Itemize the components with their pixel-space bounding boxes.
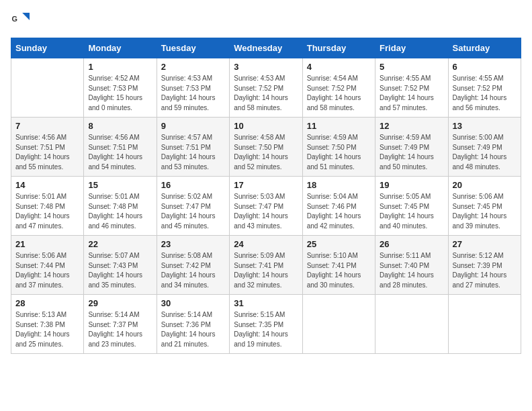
weekday-header-wednesday: Wednesday — [230, 38, 302, 58]
day-info: Sunrise: 5:12 AMSunset: 7:39 PMDaylight:… — [453, 251, 517, 290]
calendar-cell: 31Sunrise: 5:15 AMSunset: 7:35 PMDayligh… — [230, 295, 302, 354]
day-number: 20 — [453, 180, 517, 190]
page-header: G — [11, 11, 521, 30]
calendar-cell: 24Sunrise: 5:09 AMSunset: 7:41 PMDayligh… — [230, 236, 302, 295]
calendar-cell — [11, 58, 84, 118]
calendar-cell: 21Sunrise: 5:06 AMSunset: 7:44 PMDayligh… — [11, 236, 84, 295]
day-info: Sunrise: 5:04 AMSunset: 7:46 PMDaylight:… — [307, 192, 371, 231]
calendar-week-3: 14Sunrise: 5:01 AMSunset: 7:48 PMDayligh… — [11, 177, 521, 236]
day-number: 8 — [88, 121, 152, 131]
day-info: Sunrise: 4:54 AMSunset: 7:52 PMDaylight:… — [307, 74, 371, 113]
day-number: 26 — [380, 239, 443, 249]
calendar-cell: 28Sunrise: 5:13 AMSunset: 7:38 PMDayligh… — [11, 295, 84, 354]
day-info: Sunrise: 5:05 AMSunset: 7:45 PMDaylight:… — [380, 192, 443, 231]
calendar-cell: 8Sunrise: 4:56 AMSunset: 7:51 PMDaylight… — [84, 118, 157, 177]
calendar-cell: 14Sunrise: 5:01 AMSunset: 7:48 PMDayligh… — [11, 177, 84, 236]
weekday-header-saturday: Saturday — [448, 38, 521, 58]
day-number: 21 — [15, 239, 79, 249]
svg-marker-1 — [22, 13, 30, 20]
day-info: Sunrise: 4:58 AMSunset: 7:50 PMDaylight:… — [234, 133, 298, 172]
calendar-cell — [375, 295, 448, 354]
day-number: 29 — [88, 298, 152, 308]
calendar-week-4: 21Sunrise: 5:06 AMSunset: 7:44 PMDayligh… — [11, 236, 521, 295]
day-info: Sunrise: 5:14 AMSunset: 7:36 PMDaylight:… — [161, 310, 225, 349]
day-number: 15 — [88, 180, 152, 190]
day-info: Sunrise: 4:56 AMSunset: 7:51 PMDaylight:… — [15, 133, 79, 172]
calendar-cell: 10Sunrise: 4:58 AMSunset: 7:50 PMDayligh… — [230, 118, 302, 177]
day-info: Sunrise: 5:14 AMSunset: 7:37 PMDaylight:… — [88, 310, 152, 349]
calendar-cell: 5Sunrise: 4:55 AMSunset: 7:52 PMDaylight… — [375, 58, 448, 118]
day-info: Sunrise: 4:52 AMSunset: 7:53 PMDaylight:… — [88, 74, 152, 113]
calendar-cell: 18Sunrise: 5:04 AMSunset: 7:46 PMDayligh… — [302, 177, 375, 236]
weekday-header-tuesday: Tuesday — [157, 38, 229, 58]
day-info: Sunrise: 5:08 AMSunset: 7:42 PMDaylight:… — [161, 251, 225, 290]
day-number: 28 — [15, 298, 79, 308]
day-number: 19 — [380, 180, 443, 190]
calendar-cell — [302, 295, 375, 354]
day-number: 1 — [88, 62, 152, 72]
day-info: Sunrise: 5:13 AMSunset: 7:38 PMDaylight:… — [15, 310, 79, 349]
calendar-week-5: 28Sunrise: 5:13 AMSunset: 7:38 PMDayligh… — [11, 295, 521, 354]
day-number: 2 — [161, 62, 225, 72]
day-number: 24 — [234, 239, 298, 249]
day-number: 6 — [453, 62, 517, 72]
day-number: 23 — [161, 239, 225, 249]
weekday-header-friday: Friday — [375, 38, 448, 58]
weekday-row: SundayMondayTuesdayWednesdayThursdayFrid… — [11, 38, 521, 58]
calendar-cell: 19Sunrise: 5:05 AMSunset: 7:45 PMDayligh… — [375, 177, 448, 236]
day-number: 17 — [234, 180, 298, 190]
calendar-cell: 3Sunrise: 4:53 AMSunset: 7:52 PMDaylight… — [230, 58, 302, 118]
day-info: Sunrise: 5:09 AMSunset: 7:41 PMDaylight:… — [234, 251, 298, 290]
day-number: 30 — [161, 298, 225, 308]
calendar-cell: 13Sunrise: 5:00 AMSunset: 7:49 PMDayligh… — [448, 118, 521, 177]
day-info: Sunrise: 4:59 AMSunset: 7:50 PMDaylight:… — [307, 133, 371, 172]
day-number: 4 — [307, 62, 371, 72]
day-info: Sunrise: 5:00 AMSunset: 7:49 PMDaylight:… — [453, 133, 517, 172]
calendar-cell: 20Sunrise: 5:06 AMSunset: 7:45 PMDayligh… — [448, 177, 521, 236]
day-info: Sunrise: 5:03 AMSunset: 7:47 PMDaylight:… — [234, 192, 298, 231]
day-info: Sunrise: 4:55 AMSunset: 7:52 PMDaylight:… — [453, 74, 517, 113]
day-info: Sunrise: 5:10 AMSunset: 7:41 PMDaylight:… — [307, 251, 371, 290]
calendar-header: SundayMondayTuesdayWednesdayThursdayFrid… — [11, 38, 521, 58]
day-info: Sunrise: 5:07 AMSunset: 7:43 PMDaylight:… — [88, 251, 152, 290]
calendar-body: 1Sunrise: 4:52 AMSunset: 7:53 PMDaylight… — [11, 58, 521, 354]
day-number: 31 — [234, 298, 298, 308]
day-info: Sunrise: 5:01 AMSunset: 7:48 PMDaylight:… — [88, 192, 152, 231]
day-number: 12 — [380, 121, 443, 131]
calendar-cell: 7Sunrise: 4:56 AMSunset: 7:51 PMDaylight… — [11, 118, 84, 177]
day-number: 10 — [234, 121, 298, 131]
calendar-cell: 12Sunrise: 4:59 AMSunset: 7:49 PMDayligh… — [375, 118, 448, 177]
day-number: 22 — [88, 239, 152, 249]
day-info: Sunrise: 4:53 AMSunset: 7:53 PMDaylight:… — [161, 74, 225, 113]
calendar-cell: 25Sunrise: 5:10 AMSunset: 7:41 PMDayligh… — [302, 236, 375, 295]
day-info: Sunrise: 5:06 AMSunset: 7:45 PMDaylight:… — [453, 192, 517, 231]
calendar-cell: 30Sunrise: 5:14 AMSunset: 7:36 PMDayligh… — [157, 295, 229, 354]
calendar-cell: 2Sunrise: 4:53 AMSunset: 7:53 PMDaylight… — [157, 58, 229, 118]
day-number: 3 — [234, 62, 298, 72]
calendar-week-2: 7Sunrise: 4:56 AMSunset: 7:51 PMDaylight… — [11, 118, 521, 177]
day-info: Sunrise: 4:55 AMSunset: 7:52 PMDaylight:… — [380, 74, 443, 113]
calendar-cell: 6Sunrise: 4:55 AMSunset: 7:52 PMDaylight… — [448, 58, 521, 118]
calendar-table: SundayMondayTuesdayWednesdayThursdayFrid… — [11, 38, 521, 354]
calendar-cell: 27Sunrise: 5:12 AMSunset: 7:39 PMDayligh… — [448, 236, 521, 295]
day-number: 18 — [307, 180, 371, 190]
calendar-cell: 23Sunrise: 5:08 AMSunset: 7:42 PMDayligh… — [157, 236, 229, 295]
calendar-cell: 17Sunrise: 5:03 AMSunset: 7:47 PMDayligh… — [230, 177, 302, 236]
calendar-cell: 16Sunrise: 5:02 AMSunset: 7:47 PMDayligh… — [157, 177, 229, 236]
day-info: Sunrise: 5:01 AMSunset: 7:48 PMDaylight:… — [15, 192, 79, 231]
day-number: 27 — [453, 239, 517, 249]
weekday-header-monday: Monday — [84, 38, 157, 58]
day-number: 7 — [15, 121, 79, 131]
calendar-week-1: 1Sunrise: 4:52 AMSunset: 7:53 PMDaylight… — [11, 58, 521, 118]
weekday-header-thursday: Thursday — [302, 38, 375, 58]
day-info: Sunrise: 5:11 AMSunset: 7:40 PMDaylight:… — [380, 251, 443, 290]
day-number: 25 — [307, 239, 371, 249]
day-info: Sunrise: 4:56 AMSunset: 7:51 PMDaylight:… — [88, 133, 152, 172]
day-info: Sunrise: 4:53 AMSunset: 7:52 PMDaylight:… — [234, 74, 298, 113]
svg-text:G: G — [12, 15, 17, 23]
day-info: Sunrise: 4:59 AMSunset: 7:49 PMDaylight:… — [380, 133, 443, 172]
day-info: Sunrise: 5:02 AMSunset: 7:47 PMDaylight:… — [161, 192, 225, 231]
logo-icon: G — [11, 11, 30, 30]
logo: G — [11, 11, 32, 30]
calendar-cell: 4Sunrise: 4:54 AMSunset: 7:52 PMDaylight… — [302, 58, 375, 118]
